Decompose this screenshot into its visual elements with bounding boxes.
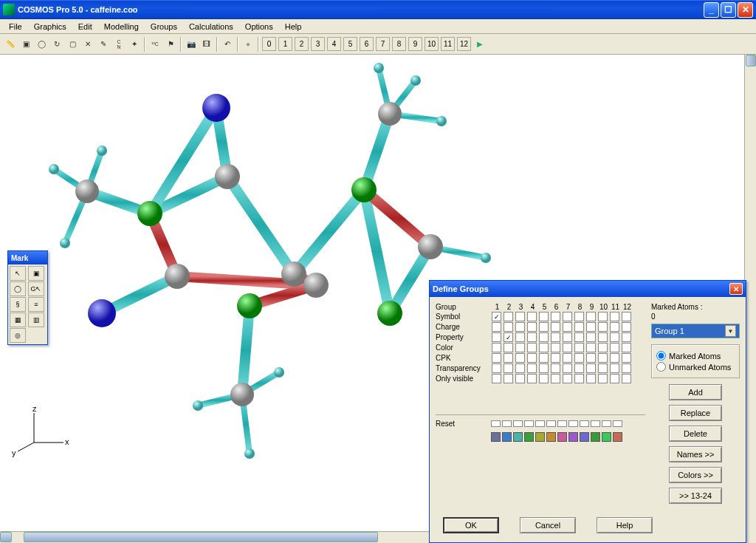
checkbox-symbol-12[interactable]	[622, 312, 631, 321]
checkbox-color-1[interactable]	[492, 343, 501, 352]
checkbox-cpk-9[interactable]	[586, 353, 596, 363]
checkbox-transparency-5[interactable]	[539, 363, 549, 373]
color-swatch-11[interactable]	[602, 432, 611, 442]
radio-unmarked[interactable]: Unmarked Atoms	[656, 362, 735, 372]
checkbox-onlyvisible-8[interactable]	[574, 374, 584, 383]
group-button-8[interactable]: 8	[392, 37, 406, 51]
mark-select-icon[interactable]: ▣	[28, 266, 44, 281]
color-swatch-5[interactable]	[535, 432, 545, 442]
checkbox-property-8[interactable]	[574, 332, 584, 342]
undo-icon[interactable]: ↶	[220, 37, 235, 52]
checkbox-onlyvisible-5[interactable]	[539, 374, 549, 383]
group-button-0[interactable]: 0	[262, 37, 276, 51]
checkbox-cpk-12[interactable]	[622, 353, 631, 363]
color-swatch-2[interactable]	[502, 432, 512, 442]
checkbox-symbol-11[interactable]	[610, 312, 619, 321]
checkbox-property-12[interactable]	[622, 332, 631, 342]
maximize-button[interactable]: ☐	[721, 2, 736, 18]
menu-file[interactable]: File	[3, 21, 28, 33]
color-swatch-3[interactable]	[513, 432, 523, 442]
checkbox-transparency-1[interactable]	[492, 363, 501, 373]
checkbox-property-10[interactable]	[598, 332, 608, 342]
checkbox-color-11[interactable]	[610, 343, 619, 352]
colors-button[interactable]: Colors >>	[669, 467, 722, 483]
checkbox-cpk-5[interactable]	[539, 353, 549, 363]
range-button[interactable]: >> 13-24	[669, 488, 722, 504]
replace-button[interactable]: Replace	[669, 405, 722, 421]
reset-switch-11[interactable]	[602, 420, 611, 427]
checkbox-transparency-6[interactable]	[551, 363, 560, 373]
dialog-titlebar[interactable]: Define Groups ✕	[430, 281, 746, 297]
reset-switch-6[interactable]	[546, 420, 556, 427]
circle-icon[interactable]: ◯	[34, 37, 49, 52]
minimize-button[interactable]: _	[704, 2, 719, 18]
checkbox-charge-8[interactable]	[574, 322, 584, 332]
reset-switch-8[interactable]	[568, 420, 578, 427]
checkbox-charge-12[interactable]	[622, 322, 631, 332]
radio-marked[interactable]: Marked Atoms	[656, 351, 735, 361]
checkbox-cpk-8[interactable]	[574, 353, 584, 363]
checkbox-property-7[interactable]	[563, 332, 572, 342]
checkbox-cpk-11[interactable]	[610, 353, 619, 363]
reset-switch-4[interactable]	[524, 420, 534, 427]
menu-help[interactable]: Help	[279, 21, 308, 33]
checkbox-transparency-12[interactable]	[622, 363, 631, 373]
cn-icon[interactable]: CN	[111, 37, 126, 52]
checkbox-transparency-7[interactable]	[563, 363, 572, 373]
reset-switch-12[interactable]	[613, 420, 622, 427]
checkbox-color-3[interactable]	[515, 343, 525, 352]
color-swatch-4[interactable]	[524, 432, 534, 442]
mark-list-icon[interactable]: ≡	[28, 297, 44, 312]
mark-window-title[interactable]: Mark	[8, 251, 47, 264]
group-button-6[interactable]: 6	[360, 37, 374, 51]
checkbox-charge-5[interactable]	[539, 322, 549, 332]
reset-switch-9[interactable]	[580, 420, 589, 427]
checkbox-color-2[interactable]	[504, 343, 513, 352]
reset-switch-10[interactable]	[591, 420, 600, 427]
checkbox-cpk-7[interactable]	[563, 353, 572, 363]
reset-switch-2[interactable]	[502, 420, 512, 427]
mark-link-icon[interactable]: §	[10, 297, 26, 312]
dropper-icon[interactable]: ✎	[96, 37, 111, 52]
checkbox-onlyvisible-6[interactable]	[551, 374, 560, 383]
chevron-down-icon[interactable]: ▼	[725, 325, 736, 337]
sphere-icon[interactable]: ●	[241, 37, 255, 52]
checkbox-property-4[interactable]	[527, 332, 537, 342]
isotope-icon[interactable]: ¹²C	[148, 37, 162, 52]
checkbox-symbol-10[interactable]	[598, 312, 608, 321]
bond-icon[interactable]: ✕	[80, 37, 95, 52]
checkbox-transparency-2[interactable]	[504, 363, 513, 373]
checkbox-color-9[interactable]	[586, 343, 596, 352]
menu-modelling[interactable]: Modelling	[98, 21, 145, 33]
checkbox-onlyvisible-1[interactable]	[492, 374, 501, 383]
color-swatch-12[interactable]	[613, 432, 622, 442]
cancel-button[interactable]: Cancel	[520, 517, 576, 533]
close-button[interactable]: ✕	[738, 2, 753, 18]
checkbox-cpk-1[interactable]	[492, 353, 501, 363]
checkbox-cpk-6[interactable]	[551, 353, 560, 363]
checkbox-charge-10[interactable]	[598, 322, 608, 332]
color-swatch-7[interactable]	[557, 432, 567, 442]
group-button-10[interactable]: 10	[425, 37, 439, 51]
checkbox-onlyvisible-7[interactable]	[563, 374, 572, 383]
checkbox-transparency-11[interactable]	[610, 363, 619, 373]
checkbox-onlyvisible-9[interactable]	[586, 374, 596, 383]
mark-palette-window[interactable]: Mark ↖ ▣ ◯ G↖ § ≡ ▦ ▥ ◎	[7, 250, 48, 345]
reset-switch-3[interactable]	[513, 420, 523, 427]
checkbox-onlyvisible-12[interactable]	[622, 374, 631, 383]
checkbox-color-4[interactable]	[527, 343, 537, 352]
mark-group-icon[interactable]: G↖	[28, 281, 44, 296]
checkbox-property-1[interactable]	[492, 332, 501, 342]
group-button-3[interactable]: 3	[311, 37, 325, 51]
menu-graphics[interactable]: Graphics	[28, 21, 72, 33]
checkbox-property-2[interactable]: ✓	[504, 332, 513, 342]
color-swatch-6[interactable]	[546, 432, 556, 442]
dialog-close-button[interactable]: ✕	[729, 283, 743, 295]
checkbox-cpk-10[interactable]	[598, 353, 608, 363]
help-button[interactable]: Help	[597, 517, 653, 533]
flag-icon[interactable]: ⚑	[163, 37, 178, 52]
group-button-7[interactable]: 7	[376, 37, 390, 51]
checkbox-charge-11[interactable]	[610, 322, 619, 332]
checkbox-charge-2[interactable]	[504, 322, 513, 332]
checkbox-symbol-1[interactable]: ✓	[492, 312, 501, 321]
